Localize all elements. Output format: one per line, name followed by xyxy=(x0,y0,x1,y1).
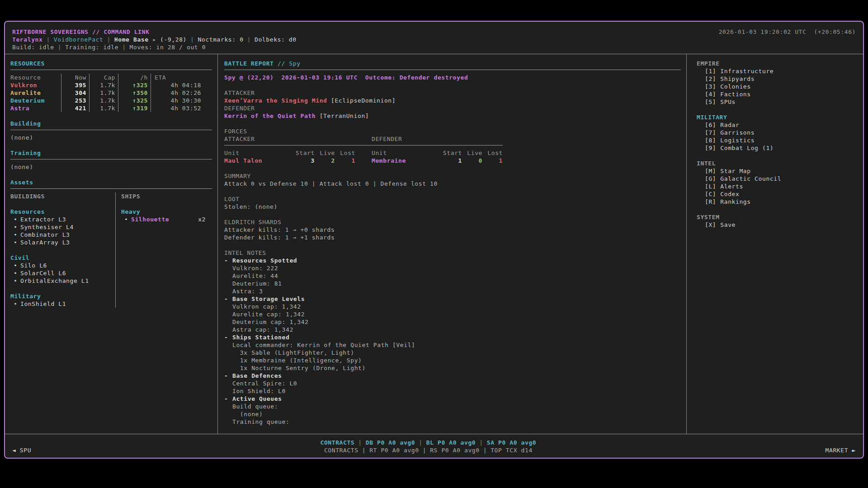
intel-notes-label: INTEL NOTES xyxy=(224,249,681,257)
menu-item-logistics[interactable]: [8]Logistics xyxy=(697,136,858,144)
menu-item-spus[interactable]: [5]SPUs xyxy=(697,98,858,106)
menu-section-military: MILITARY [6]Radar [7]Garrisons [8]Logist… xyxy=(697,113,858,152)
building-group-name: Civil xyxy=(10,254,111,262)
ship-count: x2 xyxy=(198,216,212,223)
col-header: Start xyxy=(290,149,315,157)
unit-live: 0 xyxy=(462,157,482,164)
building-item: •SolarArray L3 xyxy=(10,239,111,246)
bullet-icon: • xyxy=(14,239,20,246)
menu-item-infrastructure[interactable]: [1]Infrastructure xyxy=(697,67,858,75)
buildings-title: BUILDINGS xyxy=(10,192,111,200)
col-header: Lost xyxy=(482,149,503,157)
col-header: Live xyxy=(315,149,335,157)
menu-item-shipyards[interactable]: [2]Shipyards xyxy=(697,75,858,83)
menu-section-intel: INTEL [M]Star Map [G]Galactic Council [L… xyxy=(697,160,858,206)
ticker-segment: RT P0 A0 avg0 xyxy=(369,447,419,454)
bullet-icon: • xyxy=(14,231,20,239)
menu-item-factions[interactable]: [4]Factions xyxy=(697,90,858,98)
intel-line: 3x Sable (LightFighter, Light) xyxy=(224,349,681,357)
menu-item-garrisons[interactable]: [7]Garrisons xyxy=(697,129,858,136)
menu-section-system: SYSTEM [X]Save xyxy=(697,213,858,229)
col-header: Resource xyxy=(10,74,61,81)
resources-table: Resource Now Cap /h ETA Vulkron 395 1.7k… xyxy=(10,74,212,112)
divider xyxy=(10,188,212,189)
market-nav[interactable]: MARKET ► xyxy=(826,446,856,454)
resource-cap: 1.7k xyxy=(89,104,118,112)
player-name: Teralynx xyxy=(12,36,42,43)
clock: 2026-01-03 19:20:02 UTC (+20:05:46) xyxy=(719,28,856,36)
separator: | xyxy=(362,447,366,454)
menu-item-codex[interactable]: [C]Codex xyxy=(697,190,858,198)
menu-item-colonies[interactable]: [3]Colonies xyxy=(697,83,858,90)
col-header: Lost xyxy=(335,149,355,157)
battle-report-title: BATTLE REPORT // Spy xyxy=(224,60,681,67)
command-menu: EMPIRE [1]Infrastructure [2]Shipyards [3… xyxy=(687,54,863,434)
bullet-icon: • xyxy=(14,277,20,285)
noctmarks-counter: Noctmarks: 0 xyxy=(198,36,243,43)
defender-label: DEFENDER xyxy=(224,104,681,112)
intel-line: Astra cap: 1,342 xyxy=(224,326,681,333)
defender-identity: Kerrin of the Quiet Path [TerranUnion] xyxy=(224,112,681,120)
menu-item-combat-log[interactable]: [9]Combat Log (1) xyxy=(697,144,858,152)
shards-line: Attacker kills: 1 → +0 shards xyxy=(224,226,681,234)
menu-item-alerts[interactable]: [L]Alerts xyxy=(697,183,858,190)
dash-icon: - xyxy=(224,295,232,303)
ticker-segment: DB P0 A0 avg0 xyxy=(366,439,415,446)
menu-item-radar[interactable]: [6]Radar xyxy=(697,121,858,129)
resource-rate: ↑350 xyxy=(118,89,151,97)
resource-cap: 1.7k xyxy=(89,81,118,89)
resource-name: Aurelite xyxy=(10,89,61,97)
ticker-line-2: CONTRACTS|RT P0 A0 avg0|RS P0 A0 avg0|TO… xyxy=(31,446,825,454)
base-overview-panel: RESOURCES Resource Now Cap /h ETA Vulkro… xyxy=(5,54,217,434)
buildings-panel: BUILDINGS Resources •Extractor L3 •Synth… xyxy=(10,192,116,308)
shards-line: Defender kills: 1 → +1 shards xyxy=(224,234,681,241)
intel-line: Ion Shield: L0 xyxy=(224,387,681,395)
building-item: •Silo L6 xyxy=(10,262,111,269)
intel-line: 1x Membraine (Intelligence, Spy) xyxy=(224,357,681,364)
menu-section-title: MILITARY xyxy=(697,113,858,121)
separator: | xyxy=(419,439,422,446)
separator: | xyxy=(247,36,251,43)
training-status: Training: idle xyxy=(65,44,118,51)
building-item: •Extractor L3 xyxy=(10,216,111,223)
col-header: /h xyxy=(118,74,151,81)
divider xyxy=(10,159,212,160)
forces-defender-header: DEFENDER xyxy=(372,135,503,143)
separator: | xyxy=(190,36,194,43)
forces-label: FORCES xyxy=(224,127,681,135)
intel-line: (none) xyxy=(224,410,681,418)
separator: | xyxy=(479,439,483,446)
building-item: •OrbitalExchange L1 xyxy=(10,277,111,285)
breadcrumb: Teralynx|VoidbornePact|Home Base ▸ (-9,2… xyxy=(12,36,856,43)
forces-attacker-header: ATTACKER xyxy=(224,135,355,143)
resource-rate: ↑325 xyxy=(118,97,151,104)
intel-heading: Base Defences xyxy=(232,372,282,379)
spu-nav[interactable]: ◄ SPU xyxy=(12,446,31,454)
separator: | xyxy=(58,44,61,51)
resource-cap: 1.7k xyxy=(89,97,118,104)
separator: | xyxy=(46,36,50,43)
building-item: •Synthesiser L4 xyxy=(10,223,111,231)
menu-item-galactic-council[interactable]: [G]Galactic Council xyxy=(697,175,858,183)
contracts-tab[interactable]: CONTRACTS xyxy=(320,439,354,446)
bullet-icon: • xyxy=(14,300,20,308)
contracts-label: CONTRACTS xyxy=(324,447,359,454)
intel-line: Vulkron cap: 1,342 xyxy=(224,303,681,310)
building-item: •IonShield L1 xyxy=(10,300,111,308)
defender-name: Kerrin of the Quiet Path xyxy=(224,113,316,119)
header: RIFTBORNE SOVEREIGNS // COMMAND LINK 202… xyxy=(5,22,863,54)
ship-item: •Silhouette x2 xyxy=(121,216,212,223)
resource-eta: 4h 04:18 xyxy=(151,81,212,89)
resource-rate: ↑325 xyxy=(118,81,151,89)
col-header: Cap xyxy=(89,74,118,81)
battle-report-subtitle: Spy xyxy=(289,60,300,67)
bullet-icon: • xyxy=(14,216,20,223)
col-header: ETA xyxy=(151,74,212,81)
menu-item-rankings[interactable]: [R]Rankings xyxy=(697,198,858,206)
menu-item-star-map[interactable]: [M]Star Map xyxy=(697,167,858,175)
intel-line: Deuterium: 81 xyxy=(224,280,681,287)
intel-line: Aurelite cap: 1,342 xyxy=(224,310,681,318)
separator: | xyxy=(483,447,487,454)
separator: | xyxy=(107,36,110,43)
menu-item-save[interactable]: [X]Save xyxy=(697,221,858,229)
